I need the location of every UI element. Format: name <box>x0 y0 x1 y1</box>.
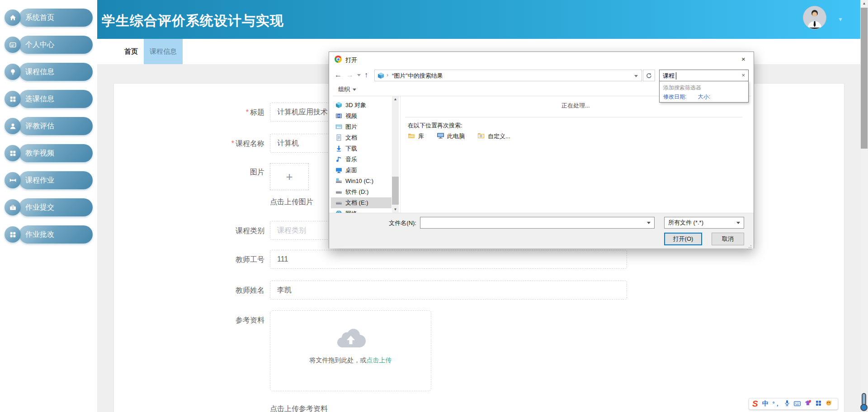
emoji-icon[interactable] <box>826 400 832 408</box>
sidebar-item-label[interactable]: 选课信息 <box>19 90 93 108</box>
search-query: 课程 <box>663 72 675 80</box>
toolbox-grid-icon[interactable] <box>816 400 821 408</box>
chevron-down-icon <box>736 222 740 224</box>
teacher-name-input[interactable] <box>270 281 627 300</box>
sidebar-item-homework-submit[interactable]: 作业提交 <box>0 198 97 216</box>
dialog-titlebar[interactable]: 打开 × <box>329 52 754 67</box>
search-input[interactable]: 课程 × <box>659 70 749 81</box>
ime-toolbar: S 中 °， <box>749 398 838 410</box>
downloads-icon <box>335 145 342 151</box>
screen: 系统首页 个人中心 课程信息 选课信息 评教评估 <box>0 0 868 412</box>
filename-input[interactable] <box>420 217 655 229</box>
sidebar-item-teaching-evaluation[interactable]: 评教评估 <box>0 117 97 135</box>
back-icon[interactable]: ← <box>335 71 342 79</box>
sidebar-item-label[interactable]: 个人中心 <box>19 36 93 54</box>
field-label-teacher-id: 教师工号 <box>172 255 264 265</box>
sidebar-item-course-selection[interactable]: 选课信息 <box>0 90 97 108</box>
tree-item-downloads[interactable]: 下载 <box>331 143 392 154</box>
search-results-folder-icon <box>377 72 384 80</box>
location-libraries[interactable]: 库 <box>408 132 424 140</box>
filetype-select[interactable]: 所有文件 (*.*) <box>664 217 744 229</box>
up-icon[interactable]: ↑ <box>364 71 368 79</box>
videos-icon <box>335 112 342 119</box>
sidebar-item-label[interactable]: 系统首页 <box>19 9 93 27</box>
folder-tree: 3D 对象 视频 图片 文档 下载 音乐 桌面 Win10 (C:) 软件 (D… <box>329 96 400 213</box>
libraries-icon <box>408 132 415 140</box>
cloud-upload-icon <box>270 325 431 349</box>
reference-dropzone[interactable]: 将文件拖到此处，或点击上传 <box>270 310 431 391</box>
sidebar-item-course-info[interactable]: 课程信息 <box>0 63 97 81</box>
briefcase-icon <box>5 199 21 215</box>
tab-course-info[interactable]: 课程信息 <box>144 39 183 64</box>
tree-item-music[interactable]: 音乐 <box>331 154 392 165</box>
close-icon[interactable]: × <box>733 52 754 66</box>
scroll-down-icon[interactable]: ▼ <box>392 206 399 213</box>
sidebar-item-teaching-videos[interactable]: 教学视频 <box>0 144 97 162</box>
tree-item-drive-d[interactable]: 软件 (D:) <box>331 187 392 197</box>
drive-icon <box>335 199 342 206</box>
tree-item-pictures[interactable]: 图片 <box>331 122 392 132</box>
microphone-icon[interactable] <box>784 400 790 408</box>
chrome-icon <box>335 56 342 63</box>
group-divider <box>405 117 742 117</box>
scroll-up-icon[interactable]: ▲ <box>392 96 399 103</box>
plus-icon: + <box>286 170 292 184</box>
sidebar-item-label[interactable]: 课程作业 <box>19 171 93 189</box>
sidebar-item-course-homework[interactable]: 课程作业 <box>0 171 97 189</box>
refresh-button[interactable] <box>643 70 655 81</box>
chevron-down-icon[interactable]: ▼ <box>838 16 843 23</box>
sidebar-item-label[interactable]: 教学视频 <box>19 144 93 162</box>
sidebar-item-homework-review[interactable]: 作业批改 <box>0 225 97 243</box>
sidebar-item-label[interactable]: 作业批改 <box>19 225 93 243</box>
address-dropdown-icon[interactable] <box>634 75 638 77</box>
location-custom[interactable]: 自定义... <box>477 132 510 140</box>
recent-locations-icon[interactable] <box>357 74 361 76</box>
sidebar-item-personal-center[interactable]: 个人中心 <box>0 36 97 54</box>
pictures-icon <box>335 123 342 130</box>
open-button[interactable]: 打开(O) <box>664 233 702 245</box>
address-bar[interactable]: › “图片”中的搜索结果 <box>374 70 642 81</box>
organize-menu[interactable]: 组织 <box>338 85 356 94</box>
page-scrollbar-thumb[interactable] <box>861 8 868 149</box>
tree-scrollbar[interactable]: ▲ ▼ <box>392 96 399 213</box>
filter-date-modified[interactable]: 修改日期: <box>663 94 686 100</box>
chevron-down-icon[interactable] <box>647 222 651 224</box>
tab-home[interactable]: 首页 <box>119 39 143 64</box>
sidebar-item-system-home[interactable]: 系统首页 <box>0 9 97 27</box>
cancel-button[interactable]: 取消 <box>712 233 744 245</box>
avatar[interactable] <box>803 6 826 29</box>
skin-icon[interactable] <box>805 400 811 408</box>
filter-size[interactable]: 大小: <box>698 94 710 100</box>
ime-punctuation-mode[interactable]: °， <box>773 400 780 408</box>
tree-item-documents[interactable]: 文档 <box>331 132 392 143</box>
tree-item-network[interactable]: 网络 <box>331 208 392 213</box>
resize-grip[interactable] <box>750 245 751 246</box>
clear-search-icon[interactable]: × <box>741 72 745 79</box>
page-scrollbar[interactable]: ▲ ▼ <box>860 0 868 412</box>
annotation-tool-icon[interactable] <box>859 393 868 412</box>
keyboard-icon[interactable] <box>794 400 801 408</box>
required-mark: * <box>246 108 249 116</box>
teacher-id-input[interactable] <box>270 250 627 269</box>
tree-scrollbar-thumb[interactable] <box>392 177 399 205</box>
tree-item-drive-c[interactable]: Win10 (C:) <box>331 176 392 187</box>
breadcrumb[interactable]: “图片”中的搜索结果 <box>392 72 443 80</box>
upload-link[interactable]: 点击上传 <box>367 356 392 364</box>
scroll-up-icon[interactable]: ▲ <box>860 0 868 7</box>
tree-item-desktop[interactable]: 桌面 <box>331 165 392 176</box>
forward-icon[interactable]: → <box>346 71 354 79</box>
sidebar-item-label[interactable]: 作业提交 <box>19 198 93 216</box>
tree-item-videos[interactable]: 视频 <box>331 111 392 122</box>
sidebar-item-label[interactable]: 评教评估 <box>19 117 93 135</box>
sidebar-item-label[interactable]: 课程信息 <box>19 63 93 81</box>
required-mark: * <box>231 140 234 147</box>
sogou-logo-icon[interactable]: S <box>752 399 758 409</box>
location-this-pc[interactable]: 此电脑 <box>437 132 465 140</box>
drive-win-icon <box>335 177 342 184</box>
image-upload-box[interactable]: + <box>270 163 309 190</box>
network-icon <box>335 210 342 213</box>
music-icon <box>335 155 342 162</box>
tree-item-3d-objects[interactable]: 3D 对象 <box>331 100 392 111</box>
ime-chinese-mode[interactable]: 中 <box>762 400 769 408</box>
tree-item-drive-e[interactable]: 文档 (E:) <box>331 197 392 208</box>
